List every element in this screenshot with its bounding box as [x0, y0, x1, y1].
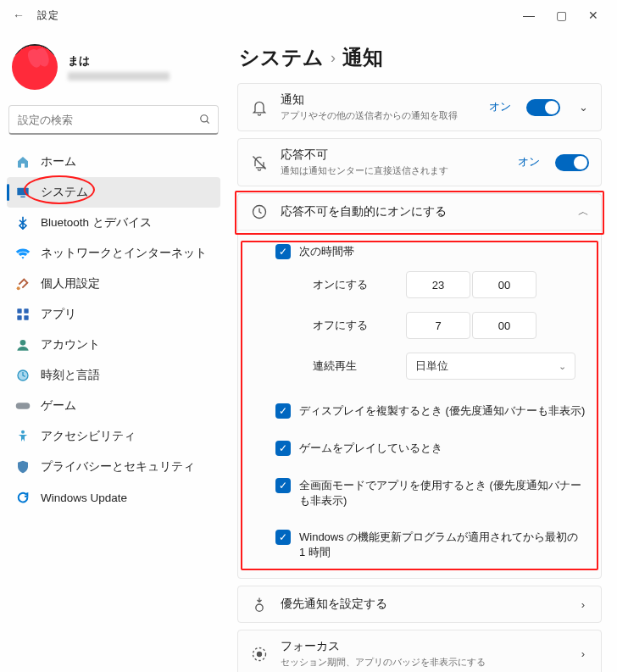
sidebar-item-label: 個人用設定 — [41, 276, 100, 292]
svg-rect-6 — [24, 308, 28, 313]
priority-icon — [250, 595, 269, 614]
sidebar-item-accounts[interactable]: アカウント — [7, 330, 220, 360]
maximize-button[interactable]: ▢ — [553, 8, 570, 22]
card-auto-dnd: 応答不可を自動的にオンにする ︿ ✓ 次の時間帯 オンにする 23 00 — [237, 193, 602, 579]
card-title: 応答不可 — [281, 147, 506, 163]
toggle-notifications[interactable] — [526, 99, 560, 116]
sidebar-item-network[interactable]: ネットワークとインターネット — [7, 238, 220, 269]
chevron-up-icon[interactable]: ︿ — [577, 204, 589, 219]
checkbox-time-range[interactable]: ✓ — [275, 244, 291, 259]
checkbox-duplicate-display[interactable]: ✓ — [275, 403, 291, 419]
sidebar-item-label: アプリ — [41, 307, 76, 322]
sidebar-item-home[interactable]: ホーム — [7, 147, 220, 177]
time-off-label: オフにする — [313, 319, 381, 333]
svg-rect-3 — [20, 197, 25, 197]
close-button[interactable]: ✕ — [585, 8, 602, 22]
wifi-icon — [15, 246, 31, 261]
svg-point-4 — [17, 286, 20, 290]
brush-icon — [15, 276, 31, 292]
chevron-right-icon[interactable]: › — [577, 647, 589, 660]
sidebar-item-accessibility[interactable]: アクセシビリティ — [7, 421, 220, 452]
user-email-blurred — [68, 72, 170, 81]
checkbox-label: ディスプレイを複製するとき (優先度通知バナーも非表示) — [299, 403, 587, 419]
card-title: 応答不可を自動的にオンにする — [281, 204, 560, 219]
svg-point-9 — [20, 340, 26, 346]
time-off-minute[interactable]: 00 — [472, 312, 536, 339]
checkbox-label: 全画面モードでアプリを使用するとき (優先度通知バナーも非表示) — [299, 478, 587, 508]
apps-icon — [15, 307, 31, 322]
bell-icon — [250, 98, 269, 117]
sidebar-item-time-language[interactable]: 時刻と言語 — [7, 360, 220, 391]
sidebar-item-gaming[interactable]: ゲーム — [7, 391, 220, 421]
breadcrumb: システム › 通知 — [237, 37, 602, 83]
card-title: 通知 — [281, 92, 477, 108]
account-icon — [15, 337, 31, 353]
checkbox-fullscreen-app[interactable]: ✓ — [275, 478, 291, 493]
breadcrumb-parent[interactable]: システム — [239, 44, 324, 71]
sidebar-item-personalization[interactable]: 個人用設定 — [7, 269, 220, 299]
card-auto-dnd-header[interactable]: 応答不可を自動的にオンにする ︿ — [238, 194, 601, 230]
svg-rect-2 — [17, 188, 28, 196]
bell-slash-icon — [250, 153, 269, 172]
sidebar-item-bluetooth[interactable]: Bluetooth とデバイス — [7, 208, 220, 238]
sidebar-item-label: アクセシビリティ — [41, 429, 136, 444]
svg-point-15 — [256, 604, 263, 611]
update-icon — [15, 490, 31, 505]
search-icon — [199, 114, 211, 125]
svg-point-0 — [201, 115, 208, 122]
sidebar-item-label: 時刻と言語 — [41, 368, 100, 383]
checkbox-label: 次の時間帯 — [299, 244, 587, 259]
time-off-hour[interactable]: 7 — [406, 312, 470, 339]
sidebar-item-windows-update[interactable]: Windows Update — [7, 482, 220, 513]
focus-icon — [250, 645, 269, 664]
gamepad-icon — [15, 398, 31, 414]
sidebar-item-label: Windows Update — [41, 492, 127, 504]
sidebar-item-label: ゲーム — [41, 398, 76, 414]
sidebar-item-label: ホーム — [41, 154, 76, 169]
sidebar-item-label: プライバシーとセキュリティ — [41, 459, 195, 475]
svg-point-17 — [258, 652, 262, 656]
card-subtitle: 通知は通知センターに直接送信されます — [281, 164, 506, 177]
sidebar-item-privacy[interactable]: プライバシーとセキュリティ — [7, 452, 220, 482]
shield-icon — [15, 459, 31, 475]
card-focus[interactable]: フォーカス セッション期間、アプリのバッジを非表示にする › — [237, 630, 602, 672]
time-on-minute[interactable]: 00 — [472, 271, 536, 298]
profile-block[interactable]: まは — [7, 37, 220, 103]
svg-rect-5 — [17, 308, 21, 313]
accessibility-icon — [15, 429, 31, 444]
time-on-label: オンにする — [313, 278, 381, 292]
card-priority-notifications[interactable]: 優先通知を設定する › — [237, 586, 602, 623]
user-name: まは — [68, 53, 170, 69]
search-input[interactable] — [16, 113, 199, 127]
chevron-right-icon[interactable]: › — [577, 598, 589, 611]
sidebar-item-apps[interactable]: アプリ — [7, 299, 220, 330]
card-notifications[interactable]: 通知 アプリやその他の送信者からの通知を取得 オン ⌄ — [237, 83, 602, 131]
breadcrumb-current: 通知 — [342, 44, 383, 71]
sidebar: まは ホーム システム Bluetooth とデバイス — [0, 31, 227, 672]
minimize-button[interactable]: — — [520, 8, 537, 22]
clock-icon — [250, 203, 269, 221]
globe-clock-icon — [15, 368, 31, 383]
sidebar-item-label: システム — [41, 185, 88, 200]
svg-rect-11 — [16, 403, 31, 409]
card-title: フォーカス — [281, 639, 560, 654]
chevron-down-icon: ⌄ — [559, 361, 566, 372]
window-body: まは ホーム システム Bluetooth とデバイス — [0, 31, 617, 672]
chevron-right-icon: › — [331, 49, 336, 67]
checkbox-playing-game[interactable]: ✓ — [275, 441, 291, 456]
back-button[interactable]: ← — [7, 3, 31, 27]
checkbox-after-feature-update[interactable]: ✓ — [275, 530, 291, 545]
card-do-not-disturb[interactable]: 応答不可 通知は通知センターに直接送信されます オン — [237, 138, 602, 186]
home-icon — [15, 154, 31, 169]
card-title: 優先通知を設定する — [281, 597, 560, 612]
sidebar-item-system[interactable]: システム — [7, 177, 220, 208]
repeat-select[interactable]: 日単位 ⌄ — [406, 353, 575, 380]
svg-rect-8 — [24, 315, 28, 319]
time-on-hour[interactable]: 23 — [406, 271, 470, 298]
chevron-down-icon[interactable]: ⌄ — [577, 101, 589, 114]
toggle-dnd[interactable] — [555, 154, 589, 171]
search-box[interactable] — [8, 105, 219, 135]
sidebar-item-label: アカウント — [41, 337, 100, 353]
card-subtitle: セッション期間、アプリのバッジを非表示にする — [281, 656, 560, 669]
system-icon — [15, 185, 31, 200]
